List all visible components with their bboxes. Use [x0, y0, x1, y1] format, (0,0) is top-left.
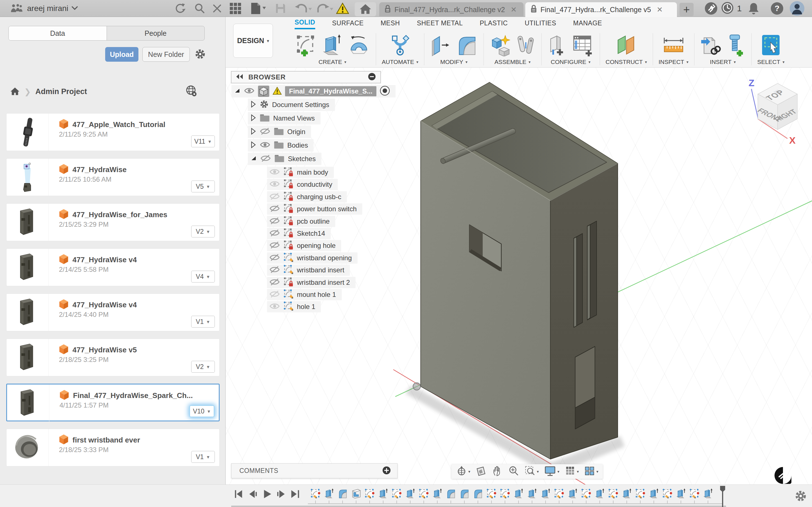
group-dropdown[interactable]: CONSTRUCT▾ — [606, 59, 647, 66]
timeline-playhead[interactable] — [718, 485, 727, 507]
group-dropdown[interactable]: CONFIGURE▾ — [551, 59, 591, 66]
ribbon-tab-utilities[interactable]: UTILITIES — [525, 19, 556, 29]
skip-end-button[interactable] — [290, 489, 301, 501]
zoom-button[interactable] — [508, 465, 519, 478]
sketch-item-mount-hole-1[interactable]: mount hole 1 — [267, 289, 342, 300]
play-button[interactable] — [262, 489, 272, 501]
file-card[interactable]: 477_HydraWise v5 2/18/25 3:25 PM V2 ▼ — [6, 339, 220, 376]
version-dropdown[interactable]: V4 ▼ — [191, 271, 215, 283]
close-panel-button[interactable] — [212, 0, 222, 17]
version-dropdown[interactable]: V2 ▼ — [191, 226, 215, 237]
version-dropdown[interactable]: V1 ▼ — [191, 316, 215, 328]
visibility-eye-icon[interactable] — [269, 266, 280, 274]
insert-fastener-icon[interactable] — [725, 34, 746, 57]
skip-start-button[interactable] — [234, 489, 244, 501]
globe-icon[interactable] — [186, 85, 197, 98]
visibility-eye-icon[interactable] — [269, 302, 280, 311]
file-card[interactable]: 477_HydraWise 2/11/25 10:56 AM V5 ▼ — [6, 158, 220, 196]
pan-button[interactable] — [492, 465, 503, 478]
ribbon-tab-solid[interactable]: SOLID — [295, 18, 315, 29]
automate-icon[interactable] — [389, 34, 411, 57]
view-cube[interactable]: TOP FRONT RIGHT Z X — [745, 74, 811, 145]
redo-button[interactable] — [315, 0, 333, 17]
job-status-button[interactable]: 1 — [721, 0, 742, 17]
upload-button[interactable]: Upload — [105, 47, 139, 62]
root-component-name[interactable]: Final_477_HydraWise_S... — [285, 86, 376, 96]
tree-node-document-settings[interactable]: Document Settings — [248, 99, 335, 111]
expander-icon[interactable] — [250, 155, 257, 163]
display-settings-button[interactable]: ▾ — [544, 465, 559, 478]
group-dropdown[interactable]: INSERT▾ — [710, 59, 736, 66]
step-forward-button[interactable] — [276, 489, 287, 501]
file-card[interactable]: 477_HydraWise v4 2/14/25 5:58 PM V4 ▼ — [6, 248, 220, 286]
browser-panel-header[interactable]: BROWSER — [231, 71, 381, 83]
document-tab[interactable]: Final_477_Hydra...rk_Challenge v5 ✕ — [525, 2, 677, 17]
file-card[interactable]: 477_HydraWise v4 2/14/25 4:40 PM V1 ▼ — [6, 293, 220, 331]
version-dropdown[interactable]: V11 ▼ — [191, 135, 215, 147]
step-back-button[interactable] — [248, 489, 258, 501]
timeline-feature-sketch[interactable] — [500, 488, 510, 499]
timeline-track[interactable] — [308, 503, 722, 504]
version-dropdown[interactable]: V2 ▼ — [191, 361, 215, 373]
select-icon[interactable] — [760, 34, 781, 57]
timeline-feature-extrude[interactable] — [405, 488, 416, 499]
new-component-icon[interactable] — [490, 34, 512, 57]
tab-people[interactable]: People — [107, 26, 205, 40]
timeline-feature-shell[interactable] — [351, 488, 361, 499]
visibility-eye-icon[interactable] — [269, 241, 280, 250]
tree-node-bodies[interactable]: Bodies — [248, 139, 313, 152]
group-dropdown[interactable]: ASSEMBLE▾ — [495, 59, 530, 66]
app-grid-button[interactable] — [230, 0, 241, 17]
timeline-feature-extrude[interactable] — [675, 488, 686, 499]
expander-icon[interactable] — [250, 101, 256, 109]
sketch-item-wristband-insert[interactable]: wristband insert — [267, 265, 350, 276]
timeline-feature-extrude[interactable] — [540, 488, 551, 499]
sketch-item-hole-1[interactable]: hole 1 — [267, 301, 321, 313]
sketch-item-power-button-switch[interactable]: power button switch — [267, 203, 362, 215]
tree-node-origin[interactable]: Origin — [248, 126, 311, 138]
3d-viewport[interactable]: TOP FRONT RIGHT Z X BROWSER Final_477_Hy… — [226, 68, 812, 485]
group-dropdown[interactable]: SELECT▾ — [757, 59, 784, 66]
timeline-feature-extrude[interactable] — [649, 488, 659, 499]
group-dropdown[interactable]: AUTOMATE▾ — [382, 59, 418, 66]
file-menu-button[interactable] — [250, 0, 266, 17]
extrude-icon[interactable] — [321, 34, 343, 57]
group-dropdown[interactable]: MODIFY▾ — [440, 59, 467, 66]
timeline-feature-sketch[interactable] — [635, 488, 646, 499]
group-dropdown[interactable]: INSPECT▾ — [659, 59, 689, 66]
orbit-button[interactable]: ▾ — [456, 465, 470, 478]
visibility-eye-icon[interactable] — [260, 155, 271, 163]
tree-node-named-views[interactable]: Named Views — [248, 112, 320, 124]
ribbon-tab-manage[interactable]: MANAGE — [573, 19, 602, 29]
activate-radio-icon[interactable] — [380, 86, 390, 97]
file-card[interactable]: Final_477_HydraWise_Spark_Ch... 4/11/25 … — [6, 384, 220, 421]
timeline-settings-button[interactable] — [795, 490, 807, 503]
visibility-eye-icon[interactable] — [269, 229, 280, 238]
create-sketch-icon[interactable] — [295, 34, 317, 57]
file-card[interactable]: 477_HydraWise_for_James 2/15/25 3:29 PM … — [6, 203, 220, 241]
joint-icon[interactable] — [516, 34, 536, 57]
timeline-feature-sketch[interactable] — [662, 488, 673, 499]
sketch-item-opening-hole[interactable]: opening hole — [267, 240, 341, 251]
sketch-item-main-body[interactable]: main body — [267, 167, 334, 178]
file-card[interactable]: first wristband ever 2/18/25 3:33 PM V1 … — [6, 429, 220, 466]
timeline-feature-extrude[interactable] — [527, 488, 538, 499]
insert-derive-icon[interactable] — [700, 34, 721, 57]
undo-button[interactable] — [294, 0, 312, 17]
press-pull-icon[interactable] — [430, 34, 451, 57]
version-dropdown[interactable]: V1 ▼ — [191, 451, 215, 463]
visibility-eye-icon[interactable] — [260, 128, 270, 136]
close-tab-icon[interactable]: ✕ — [657, 5, 663, 14]
construction-planes-icon[interactable] — [615, 34, 637, 57]
expander-icon[interactable] — [250, 128, 256, 136]
notifications-button[interactable] — [748, 0, 760, 17]
add-comment-icon[interactable] — [382, 465, 392, 476]
sketch-item-wristband-insert-2[interactable]: wristband insert 2 — [267, 277, 356, 288]
timeline-feature-sketch[interactable] — [581, 488, 592, 499]
home-tab[interactable] — [355, 2, 376, 16]
timeline-feature-sketch[interactable] — [391, 488, 402, 499]
timeline-feature-fillet[interactable] — [459, 488, 470, 499]
measure-icon[interactable] — [662, 34, 685, 57]
fit-button[interactable]: ▾ — [524, 465, 539, 478]
timeline-feature-sketch[interactable] — [608, 488, 619, 499]
